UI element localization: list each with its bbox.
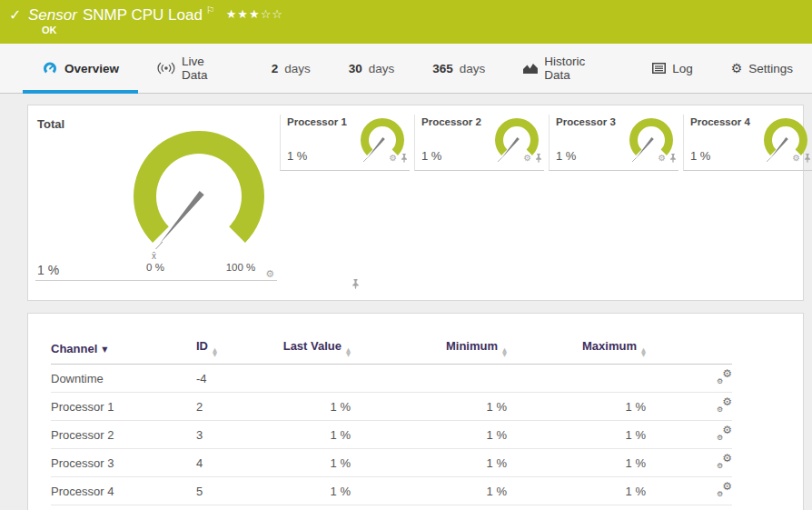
cell-maximum: 1 % (507, 477, 646, 505)
pin-icon[interactable] (352, 279, 360, 289)
processor-gauges-row: Processor 1 1 % ⚙ Processor 2 1 % (280, 115, 812, 171)
pin-icon[interactable] (804, 154, 811, 163)
channel-settings-icon[interactable]: ⚙⚙ (717, 426, 732, 440)
cell-channel: Processor 4 (51, 477, 196, 505)
tab-30-days[interactable]: 30 days (330, 44, 414, 93)
gauge-processor-1-label: Processor 1 (287, 116, 347, 127)
gauge-total-label: Total (37, 117, 64, 131)
status-badge: OK (42, 25, 57, 35)
tab-2-days-unit: days (284, 62, 311, 75)
table-row-processor-1: Processor 1 2 1 % 1 % 1 % ⚙⚙ (51, 393, 732, 421)
tab-settings-label: Settings (748, 62, 793, 75)
tab-30-days-number: 30 (349, 62, 362, 75)
area-chart-icon (523, 63, 538, 75)
cell-id: 2 (196, 393, 273, 421)
cell-id: 5 (196, 477, 273, 505)
log-list-icon (652, 63, 666, 74)
gauges-panel: Total x̄ 0 % 100 % 1 % ⚙ Processor 1 1 % (27, 105, 804, 301)
page-title: SensorSNMP CPU Load⚐★★★☆☆ (28, 5, 283, 25)
gauge-processor-2-value: 1 % (421, 149, 441, 163)
cell-id: -4 (196, 365, 273, 393)
pin-icon[interactable] (669, 154, 677, 163)
tab-bar: Overview Live Data 2 days 30 days 365 da… (0, 44, 812, 94)
gauge-processor-4-value: 1 % (690, 149, 710, 163)
col-header-minimum[interactable]: Minimum▲▼ (351, 334, 507, 365)
table-row-downtime: Downtime -4 ⚙⚙ (51, 365, 732, 393)
cell-channel: Processor 2 (51, 421, 196, 449)
gauge-block-processor-2: Processor 2 1 % ⚙ (414, 115, 544, 171)
cell-id: 0 (196, 505, 273, 510)
cell-channel: Total (51, 505, 196, 510)
tab-live-data-label: Live Data (182, 55, 233, 82)
gauge-processor-3-value: 1 % (556, 149, 576, 163)
cell-last-value: 1 % (273, 449, 351, 477)
tab-log-label: Log (672, 62, 693, 75)
channel-gear-icon[interactable]: ⚙ (265, 268, 274, 280)
cell-minimum: 1 % (351, 421, 507, 449)
priority-stars[interactable]: ★★★☆☆ (226, 7, 283, 21)
cell-id: 4 (196, 449, 273, 477)
table-header-row: Channel▼ ID▲▼ Last Value▲▼ Minimum▲▼ Max… (51, 334, 732, 365)
gauge-block-processor-4: Processor 4 1 % ⚙ (683, 115, 812, 171)
channel-settings-icon[interactable]: ⚙⚙ (717, 370, 732, 384)
sensor-name: SNMP CPU Load (83, 6, 203, 24)
gauge-processor-2-label: Processor 2 (421, 116, 481, 127)
tab-historic-data[interactable]: Historic Data (504, 44, 633, 93)
sensor-type-label: Sensor (28, 6, 77, 24)
gauge-total-value: 1 % (37, 263, 59, 277)
tab-settings[interactable]: ⚙ Settings (712, 44, 812, 93)
tab-overview[interactable]: Overview (23, 44, 138, 93)
gauge-min-label: 0 % (135, 262, 175, 273)
tab-2-days[interactable]: 2 days (253, 44, 330, 93)
col-header-last-value[interactable]: Last Value▲▼ (273, 334, 351, 365)
sort-icon: ▲▼ (213, 348, 217, 357)
channel-settings-icon[interactable]: ⚙⚙ (717, 483, 732, 496)
channels-panel: Channel▼ ID▲▼ Last Value▲▼ Minimum▲▼ Max… (27, 313, 804, 510)
cell-minimum: 1 % (351, 449, 507, 477)
col-header-maximum[interactable]: Maximum▲▼ (507, 334, 646, 365)
live-data-icon (157, 62, 175, 75)
table-row-processor-2: Processor 2 3 1 % 1 % 1 % ⚙⚙ (51, 421, 732, 449)
channel-gear-icon[interactable]: ⚙ (658, 153, 666, 163)
tab-2-days-number: 2 (272, 62, 279, 75)
pin-icon[interactable] (535, 154, 542, 163)
gauge-icon (42, 61, 58, 75)
table-row-processor-4: Processor 4 5 1 % 1 % 1 % ⚙⚙ (51, 477, 732, 505)
sort-icon: ▲▼ (346, 348, 351, 357)
pin-icon[interactable] (401, 154, 408, 163)
tab-historic-data-label: Historic Data (544, 55, 614, 82)
col-header-id[interactable]: ID▲▼ (196, 334, 273, 365)
col-header-channel[interactable]: Channel▼ (51, 334, 196, 365)
priority-flag-icon[interactable]: ⚐ (206, 5, 215, 15)
gauge-processor-3-label: Processor 3 (556, 116, 616, 127)
sort-desc-icon: ▼ (102, 345, 107, 354)
cell-minimum: 1 % (351, 393, 507, 421)
cell-maximum: 1 % (507, 421, 646, 449)
channel-settings-icon[interactable]: ⚙⚙ (717, 455, 732, 468)
cell-maximum: 1 % (507, 505, 646, 510)
cell-channel: Downtime (51, 365, 196, 393)
gauge-processor-1-value: 1 % (287, 149, 307, 163)
cell-last-value: 1 % (273, 477, 351, 505)
channel-gear-icon[interactable]: ⚙ (389, 153, 397, 163)
table-row-total: Total 0 1 % 1 % 1 % ⚙⚙ (51, 505, 732, 510)
channel-settings-icon[interactable]: ⚙⚙ (717, 398, 732, 412)
col-header-actions (646, 334, 732, 365)
channel-gear-icon[interactable]: ⚙ (792, 153, 800, 163)
channel-gear-icon[interactable]: ⚙ (523, 153, 531, 163)
cell-last-value: 1 % (273, 421, 351, 449)
tab-365-days-number: 365 (432, 62, 453, 75)
gauge-max-label: 100 % (219, 262, 262, 273)
tab-365-days[interactable]: 365 days (413, 44, 504, 93)
sort-icon: ▲▼ (641, 348, 646, 357)
gauge-block-processor-3: Processor 3 1 % ⚙ (549, 115, 678, 171)
mean-marker-label: x̄ (152, 251, 156, 261)
gauge-needle (160, 191, 204, 244)
gauge-block-processor-1: Processor 1 1 % ⚙ (280, 115, 410, 171)
cell-minimum: 1 % (351, 477, 507, 505)
tab-log[interactable]: Log (633, 44, 712, 93)
sensor-header: ✓ SensorSNMP CPU Load⚐★★★☆☆ OK (0, 0, 812, 44)
settings-gear-icon: ⚙ (731, 61, 743, 75)
tab-live-data[interactable]: Live Data (138, 44, 253, 93)
cell-maximum (507, 365, 646, 393)
